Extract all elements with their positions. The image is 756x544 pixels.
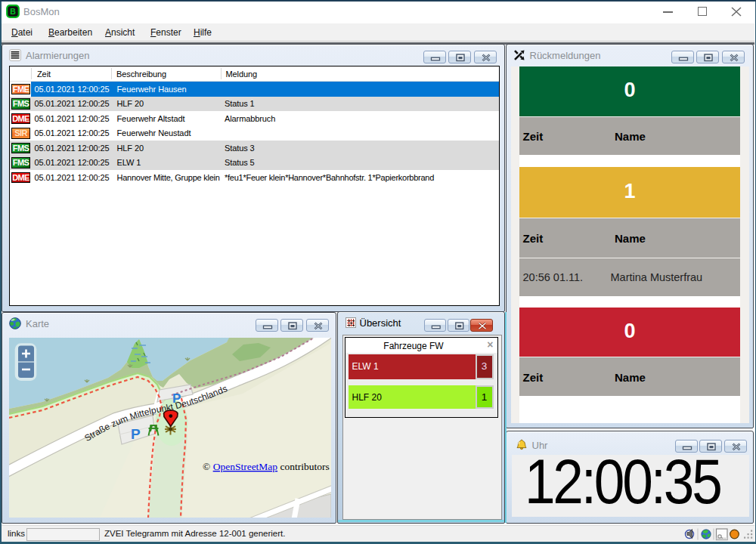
svg-text:B: B: [10, 7, 16, 16]
svg-text:© OpenStreetMap contributors: © OpenStreetMap contributors: [203, 461, 330, 472]
svg-text:P: P: [172, 391, 181, 406]
svg-text:P: P: [131, 425, 141, 441]
